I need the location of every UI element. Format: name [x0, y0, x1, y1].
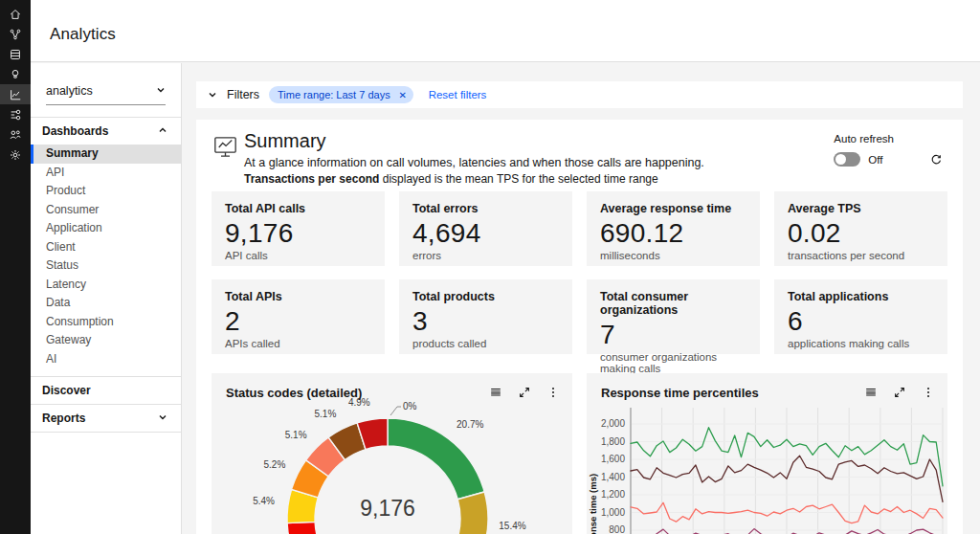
sidebar-section-label: Discover: [42, 384, 91, 397]
y-axis-tick: 1,000: [601, 507, 625, 518]
metric-caption: errors: [412, 250, 559, 261]
metric-title: Total errors: [412, 202, 559, 215]
flows-icon[interactable]: [0, 104, 31, 124]
metric-card: Average response time 690.12 millisecond…: [587, 191, 760, 266]
metric-card: Total APIs 2 APIs called: [212, 279, 385, 354]
data-table-icon[interactable]: [484, 381, 507, 404]
summary-note: Transactions per second displayed is the…: [244, 172, 658, 186]
filter-tag-label: Time range: Last 7 days: [278, 89, 390, 100]
app-header: Analytics: [31, 0, 980, 62]
y-axis-tick: 2,000: [601, 418, 625, 429]
donut-slice-label: 5.1%: [285, 430, 307, 440]
y-axis-tick: 1,600: [601, 454, 625, 464]
metric-cards-grid: Total API calls 9,176 API calls Total er…: [196, 191, 963, 354]
status-codes-chart-tile: Status codes (detailed) 20.7%15.4%5.4%5.…: [212, 373, 572, 534]
y-axis-label: Response time (ms): [588, 474, 598, 534]
settings-icon[interactable]: [0, 145, 31, 165]
donut-slice-label: 0%: [403, 401, 417, 412]
sidebar-item-status[interactable]: Status: [31, 256, 181, 276]
sidebar-section-dashboards[interactable]: Dashboards: [31, 117, 181, 145]
sidebar-item-ai[interactable]: AI: [31, 350, 181, 369]
metric-title: Total products: [412, 290, 559, 303]
expand-icon[interactable]: [513, 381, 536, 404]
y-axis-tick: 1,200: [601, 489, 625, 500]
metric-title: Total consumer organizations: [600, 290, 746, 317]
time-range-filter-tag[interactable]: Time range: Last 7 days ✕: [269, 86, 413, 103]
data-table-icon[interactable]: [859, 381, 882, 404]
donut-center-total: 9,176: [360, 496, 415, 521]
filters-bar: Filters Time range: Last 7 days ✕ Reset …: [196, 81, 963, 108]
workspace-selector[interactable]: analytics: [46, 84, 166, 105]
summary-chart-monitor-icon: [212, 134, 238, 164]
metric-value: 9,176: [225, 218, 371, 249]
chevron-up-icon: [158, 124, 167, 138]
sidebar-section-label: Reports: [42, 412, 85, 425]
chevron-down-icon: [156, 84, 166, 98]
metric-caption: products called: [412, 338, 559, 349]
auto-refresh-control: Auto refresh Off: [834, 133, 894, 167]
idea-icon[interactable]: [0, 64, 31, 84]
catalog-icon[interactable]: [0, 44, 31, 64]
donut-slice: [287, 522, 321, 534]
metric-title: Total API calls: [225, 202, 371, 215]
metric-card: Total products 3 products called: [399, 279, 572, 354]
sidebar-item-consumption[interactable]: Consumption: [31, 313, 181, 332]
sidebar-item-latency[interactable]: Latency: [31, 276, 181, 295]
summary-title: Summary: [244, 130, 326, 152]
metric-caption: APIs called: [225, 338, 371, 349]
expand-icon[interactable]: [888, 381, 911, 404]
donut-slice-label: 15.4%: [499, 521, 525, 531]
metric-card: Average TPS 0.02 transactions per second: [774, 191, 947, 266]
sidebar-item-data[interactable]: Data: [31, 294, 181, 313]
summary-panel-header: Summary At a glance information on call …: [196, 120, 963, 191]
metric-card: Total API calls 9,176 API calls: [212, 191, 385, 266]
analytics-icon[interactable]: [0, 84, 31, 104]
home-icon[interactable]: [0, 4, 31, 24]
sidebar-section-label: Dashboards: [42, 124, 108, 138]
summary-panel: Summary At a glance information on call …: [196, 120, 963, 534]
refresh-button[interactable]: [926, 150, 946, 169]
charts-grid: Status codes (detailed) 20.7%15.4%5.4%5.…: [196, 373, 963, 534]
sidebar-item-product[interactable]: Product: [31, 182, 181, 201]
sidebar-section-reports[interactable]: Reports: [31, 404, 181, 432]
metric-card: Total consumer organizations 7 consumer …: [587, 279, 760, 354]
metric-title: Average TPS: [788, 202, 934, 215]
chart-title: Status codes (detailed): [226, 386, 362, 400]
metric-value: 4,694: [412, 218, 559, 249]
sidebar-item-client[interactable]: Client: [31, 238, 181, 257]
sidebar-item-summary[interactable]: Summary: [31, 145, 181, 164]
auto-refresh-label: Auto refresh: [834, 133, 894, 145]
dashboards-list: SummaryAPIProductConsumerApplicationClie…: [31, 145, 181, 368]
sidebar-item-gateway[interactable]: Gateway: [31, 331, 181, 350]
reset-filters-link[interactable]: Reset filters: [429, 89, 487, 100]
metric-card: Total applications 6 applications making…: [774, 279, 947, 354]
sidebar-section-discover[interactable]: Discover: [31, 376, 181, 404]
filters-chevron-icon[interactable]: [208, 86, 217, 103]
page-title: Analytics: [50, 25, 116, 44]
topology-icon[interactable]: [0, 24, 31, 44]
y-axis-tick: 1,800: [601, 436, 625, 447]
auto-refresh-state: Off: [868, 154, 882, 166]
metric-card: Total errors 4,694 errors: [399, 191, 572, 266]
chart-toolbar: [859, 381, 940, 404]
chevron-down-icon: [158, 412, 167, 425]
overflow-menu-icon[interactable]: [542, 381, 565, 404]
sidebar-item-consumer[interactable]: Consumer: [31, 201, 181, 220]
metric-value: 3: [412, 306, 559, 337]
donut-slice: [443, 492, 488, 534]
auto-refresh-toggle[interactable]: [834, 152, 860, 167]
metric-value: 6: [788, 306, 934, 337]
overflow-menu-icon[interactable]: [917, 381, 940, 404]
members-icon[interactable]: [0, 124, 31, 145]
metric-title: Total applications: [788, 290, 934, 303]
tag-close-icon[interactable]: ✕: [396, 88, 410, 101]
donut-slice-label: 5.1%: [315, 409, 337, 419]
donut-slice-label: 5.2%: [264, 459, 286, 470]
donut-slice-label: 5.4%: [253, 496, 275, 506]
sidebar-item-api[interactable]: API: [31, 164, 181, 183]
metric-value: 690.12: [600, 218, 746, 249]
metric-caption: transactions per second: [788, 250, 934, 261]
sidebar-item-application[interactable]: Application: [31, 219, 181, 238]
filters-label: Filters: [227, 88, 259, 101]
y-axis-tick: 1,400: [601, 472, 625, 482]
